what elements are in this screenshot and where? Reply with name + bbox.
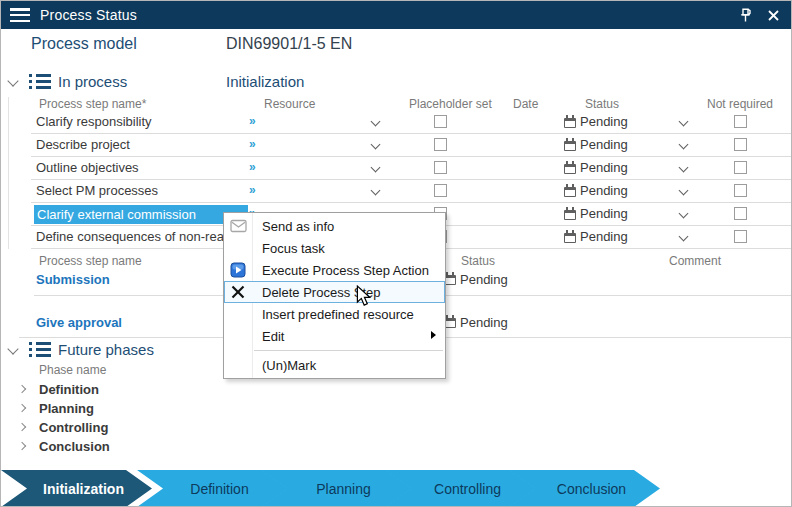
pin-icon[interactable] bbox=[737, 7, 753, 23]
mail-icon bbox=[228, 217, 248, 235]
expand-icon[interactable] bbox=[18, 404, 26, 412]
status-dropdown-icon[interactable] bbox=[679, 186, 689, 196]
menu-item-label: Send as info bbox=[262, 219, 334, 234]
table-row: Describe project » Pending bbox=[31, 134, 792, 157]
menu-item-insert-predefined-resource[interactable]: Insert predefined resource bbox=[224, 303, 445, 325]
menu-item-execute-process-step-action[interactable]: Execute Process Step Action bbox=[224, 259, 445, 281]
placeholder-checkbox[interactable] bbox=[434, 161, 447, 174]
status-value[interactable]: Pending bbox=[460, 315, 508, 330]
status-dropdown-icon[interactable] bbox=[679, 140, 689, 150]
table-row: Select PM processes » Pending bbox=[31, 180, 792, 203]
col-header-date: Date bbox=[513, 97, 538, 111]
step-name[interactable]: Outline objectives bbox=[36, 160, 139, 175]
menu-item-label: (Un)Mark bbox=[262, 358, 316, 373]
col-header-step-name: Process step name* bbox=[39, 97, 146, 111]
status-dropdown-icon[interactable] bbox=[679, 232, 689, 242]
status-dropdown-icon[interactable] bbox=[679, 209, 689, 219]
menu-icon[interactable] bbox=[10, 8, 30, 22]
resource-link[interactable]: » bbox=[249, 137, 256, 151]
step-link-submission[interactable]: Submission bbox=[36, 272, 110, 287]
delete-x-icon bbox=[228, 283, 248, 301]
col-header-status: Status bbox=[585, 97, 619, 111]
col-header-placeholder: Placeholder set bbox=[409, 97, 492, 111]
not-required-checkbox[interactable] bbox=[734, 138, 747, 151]
phase-label: Conclusion bbox=[39, 439, 110, 454]
resource-dropdown-icon[interactable] bbox=[371, 117, 381, 127]
collapse-future-phases-icon[interactable] bbox=[7, 343, 18, 354]
menu-item-edit[interactable]: Edit bbox=[224, 325, 445, 347]
phase-progress-bar: Initialization Definition Planning Contr… bbox=[1, 470, 791, 507]
resource-link[interactable]: » bbox=[249, 160, 256, 174]
calendar-icon bbox=[564, 164, 576, 174]
step-name[interactable]: Select PM processes bbox=[36, 183, 158, 198]
titlebar: Process Status bbox=[1, 1, 791, 29]
status-value[interactable]: Pending bbox=[580, 229, 628, 244]
resource-link[interactable]: » bbox=[249, 114, 256, 128]
process-status-window: Process Status Process model DIN69901/1-… bbox=[0, 0, 792, 507]
col-header-resource: Resource bbox=[264, 97, 315, 111]
menu-item-label: Insert predefined resource bbox=[262, 307, 414, 322]
calendar-icon bbox=[564, 187, 576, 197]
phase-arrow-label: Conclusion bbox=[543, 481, 626, 497]
phase-arrow-initialization[interactable]: Initialization bbox=[1, 470, 152, 507]
menu-separator bbox=[254, 350, 443, 351]
col-header-comment: Comment bbox=[669, 254, 721, 268]
context-menu: Send as info Focus task Execute Process … bbox=[223, 212, 446, 379]
col-header-phase-name: Phase name bbox=[39, 363, 106, 377]
status-value[interactable]: Pending bbox=[580, 160, 628, 175]
menu-item-send-as-info[interactable]: Send as info bbox=[224, 215, 445, 237]
status-value[interactable]: Pending bbox=[580, 206, 628, 221]
resource-dropdown-icon[interactable] bbox=[371, 140, 381, 150]
not-required-checkbox[interactable] bbox=[734, 161, 747, 174]
window-title: Process Status bbox=[40, 7, 137, 23]
not-required-checkbox[interactable] bbox=[734, 230, 747, 243]
calendar-icon bbox=[564, 118, 576, 128]
phase-arrow-label: Planning bbox=[302, 481, 371, 497]
menu-item-label: Edit bbox=[262, 329, 284, 344]
step-name-selected[interactable]: Clarify external commission bbox=[34, 205, 248, 224]
collapse-in-process-icon[interactable] bbox=[7, 75, 18, 86]
menu-item-unmark[interactable]: (Un)Mark bbox=[224, 354, 445, 376]
status-value[interactable]: Pending bbox=[580, 137, 628, 152]
close-icon[interactable] bbox=[765, 7, 781, 23]
expand-icon[interactable] bbox=[18, 442, 26, 450]
not-required-checkbox[interactable] bbox=[734, 207, 747, 220]
placeholder-checkbox[interactable] bbox=[434, 115, 447, 128]
status-dropdown-icon[interactable] bbox=[679, 163, 689, 173]
play-icon bbox=[228, 261, 248, 279]
resource-dropdown-icon[interactable] bbox=[371, 163, 381, 173]
expand-icon[interactable] bbox=[18, 423, 26, 431]
table-row: Outline objectives » Pending bbox=[31, 157, 792, 180]
not-required-checkbox[interactable] bbox=[734, 115, 747, 128]
resource-dropdown-icon[interactable] bbox=[371, 186, 381, 196]
step-name[interactable]: Describe project bbox=[36, 137, 130, 152]
calendar-icon bbox=[564, 233, 576, 243]
status-value[interactable]: Pending bbox=[460, 272, 508, 287]
process-model-value: DIN69901/1-5 EN bbox=[226, 35, 352, 53]
step-name[interactable]: Clarify responsibility bbox=[36, 114, 152, 129]
placeholder-checkbox[interactable] bbox=[434, 138, 447, 151]
menu-item-label: Delete Process Step bbox=[262, 285, 381, 300]
phase-label: Controlling bbox=[39, 420, 108, 435]
status-value[interactable]: Pending bbox=[580, 183, 628, 198]
menu-item-focus-task[interactable]: Focus task bbox=[224, 237, 445, 259]
tree-guide-line bbox=[8, 97, 9, 249]
expand-icon[interactable] bbox=[18, 385, 26, 393]
phase-arrow-label: Definition bbox=[176, 481, 248, 497]
menu-item-label: Execute Process Step Action bbox=[262, 263, 429, 278]
calendar-icon bbox=[564, 210, 576, 220]
resource-link[interactable]: » bbox=[249, 183, 256, 197]
phase-arrow-label: Controlling bbox=[420, 481, 501, 497]
table-row: Clarify responsibility » Pending bbox=[31, 111, 792, 134]
col-header-status2: Status bbox=[461, 254, 495, 268]
step-link-give-approval[interactable]: Give approval bbox=[36, 315, 122, 330]
status-dropdown-icon[interactable] bbox=[679, 117, 689, 127]
menu-item-delete-process-step[interactable]: Delete Process Step bbox=[224, 281, 445, 303]
status-value[interactable]: Pending bbox=[580, 114, 628, 129]
placeholder-checkbox[interactable] bbox=[434, 184, 447, 197]
col-header-step-name2: Process step name bbox=[39, 254, 142, 268]
not-required-checkbox[interactable] bbox=[734, 184, 747, 197]
phase-arrow-definition[interactable]: Definition bbox=[137, 470, 288, 507]
list-icon bbox=[29, 74, 51, 90]
in-process-phase-name: Initialization bbox=[226, 73, 304, 90]
